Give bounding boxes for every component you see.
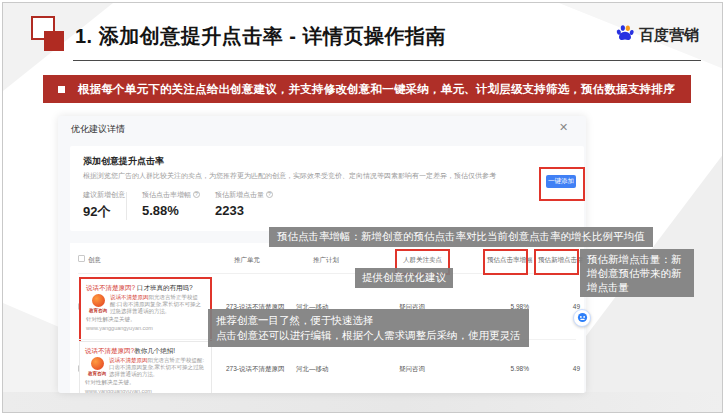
tooltip-pick-line1: 推荐创意一目了然，便于快速选择 (216, 313, 521, 328)
creative-desc-tail: 针对性解决是关键。 (86, 316, 205, 323)
column-header-plan: 推广计划 (313, 256, 339, 265)
banner-text: 根据每个单元下的关注点给出创意建议，并支持修改创意和一键采纳，单元、计划层级支持… (78, 82, 675, 97)
optimization-detail-panel: 优化建议详情 ✕ 添加创意提升点击率 根据浏览您广告的人群比较关注的卖点，为您推… (58, 116, 586, 393)
advertiser-brand: 教育咨询 (86, 308, 110, 313)
close-icon[interactable]: ✕ (559, 121, 568, 134)
page-title: 1. 添加创意提升点击率 - 详情页操作指南 (75, 23, 446, 50)
panel-title: 优化建议详情 (71, 123, 125, 136)
summary-heading: 添加创意提升点击率 (83, 155, 164, 168)
advertiser-logo-icon (92, 294, 105, 307)
creative-card[interactable]: 说话不清楚原因? 口才班真的有用吗? 教育咨询 说话不清楚原因阳光语言矫正学校提… (79, 277, 212, 347)
title-accent-filled-square (44, 31, 64, 51)
tooltip-suggestion: 提供创意优化建议 (355, 268, 453, 288)
select-all-checkbox[interactable] (78, 255, 85, 262)
cell-new-clicks: 49 (538, 365, 580, 372)
stat-label: 预估新增点击量 (215, 191, 264, 198)
creative-desc-tail: 针对性解决是关键。 (85, 379, 206, 386)
title-underline (73, 60, 701, 61)
tooltip-ctr-lift: 预估点击率增幅：新增创意的预估点击率对比当前创意点击率的增长比例平均值 (269, 227, 653, 247)
creative-desc-highlight: 说话不清楚原因 (110, 294, 149, 300)
column-header-unit: 推广单元 (234, 256, 260, 265)
creative-url: www.yangguangyuyan.com (86, 325, 205, 331)
baidu-paw-icon (615, 23, 635, 47)
cell-unit: 273-说话不清楚原因 (226, 365, 285, 374)
column-header-selling-point: 人群关注卖点 (403, 256, 442, 265)
info-icon[interactable]: ? (266, 191, 273, 198)
tooltip-pick-creative: 推荐创意一目了然，便于快速选择 点击创意还可以进行编辑，根据个人需求调整后采纳，… (208, 309, 529, 347)
one-click-add-button[interactable]: 一键添加 (546, 175, 576, 188)
brand-name: 百度营销 (639, 26, 699, 45)
creative-title: 口才班真的有用吗? (137, 284, 193, 291)
decor-bottom-bar (3, 392, 723, 412)
divider (78, 273, 576, 274)
summary-description: 根据浏览您广告的人群比较关注的卖点，为您推荐更为匹配的创意，实际效果受竞价、定向… (83, 171, 496, 181)
creative-title: 教你几个绝招! (134, 347, 175, 354)
creative-title-highlight: 说话不清楚原因? (85, 347, 134, 354)
stat-new-creatives: 建议新增创意 92个 (83, 190, 125, 221)
brand-logo: 百度营销 (615, 23, 699, 47)
stat-new-clicks: 预估新增点击量? 2233 (215, 190, 273, 218)
column-header-new-clicks: 预估新增点击量 (538, 256, 580, 265)
stat-value: 5.88% (142, 203, 200, 218)
key-point-banner: 根据每个单元下的关注点给出创意建议，并支持修改创意和一键采纳，单元、计划层级支持… (43, 75, 691, 103)
slide: 1. 添加创意提升点击率 - 详情页操作指南 百度营销 根据每个单元下的关注点给… (2, 2, 723, 413)
stat-label: 建议新增创意 (83, 190, 125, 200)
creative-url: www.yangguangyuyan.com (85, 388, 206, 393)
creative-desc-highlight: 说话不清楚原因 (109, 357, 148, 363)
cell-new-clicks: 49 (538, 303, 580, 310)
stat-divider (126, 192, 127, 220)
stat-value: 92个 (83, 203, 125, 221)
info-icon[interactable]: ? (193, 191, 200, 198)
banner-bullet-icon (58, 86, 65, 93)
tooltip-new-clicks: 预估新增点击量：新增创意预估带来的新增点击量 (580, 249, 694, 297)
stat-ctr-lift: 预估点击率增幅? 5.88% (142, 190, 200, 218)
assistant-bubble-button[interactable] (573, 309, 591, 327)
cell-plan: 河北—移动 (296, 365, 329, 374)
column-header-creative: 创意 (88, 256, 101, 265)
stat-value: 2233 (215, 203, 273, 218)
cell-ctr-lift: 5.98% (487, 365, 529, 372)
tooltip-pick-line2: 点击创意还可以进行编辑，根据个人需求调整后采纳，使用更灵活 (216, 328, 521, 343)
assistant-icon (577, 309, 588, 327)
creative-title-highlight: 说话不清楚原因? (86, 284, 135, 291)
column-header-ctr-lift: 预估点击率增幅 (487, 256, 529, 265)
advertiser-brand: 教育咨询 (85, 371, 109, 376)
cell-selling-point: 疑问咨询 (399, 365, 425, 374)
summary-card: 添加创意提升点击率 根据浏览您广告的人群比较关注的卖点，为您推荐更为匹配的创意，… (70, 146, 584, 231)
advertiser-logo-icon (91, 357, 104, 370)
creative-card[interactable]: 说话不清楚原因?教你几个绝招! 教育咨询 说话不清楚原因阳光语言矫正学校提醒:口… (79, 341, 212, 393)
stat-label: 预估点击率增幅 (142, 191, 191, 198)
